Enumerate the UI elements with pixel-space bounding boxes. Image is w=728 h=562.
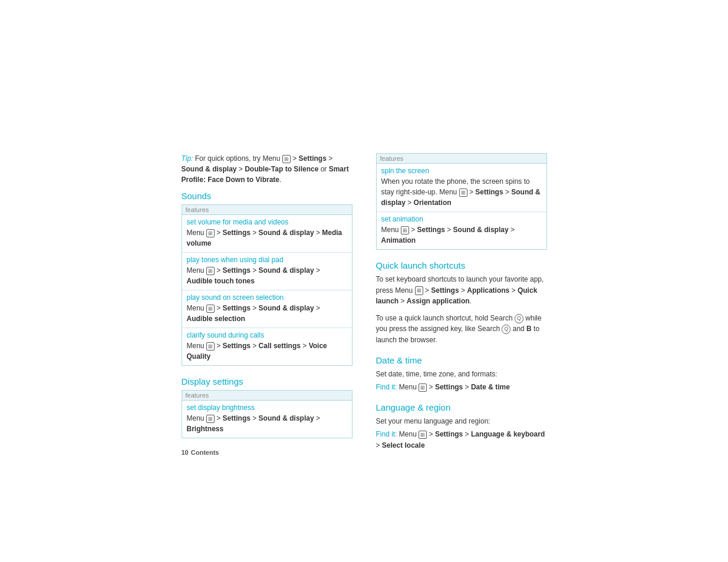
date-find: Find it: Menu ⊞ > Settings > Date & time [376,382,547,393]
anim-item: set animation Menu ⊞ > Settings > Sound … [377,212,546,249]
sounds-desc-3: Menu ⊞ > Settings > Sound & display > Au… [182,303,352,328]
date-desc: Set date, time, time zone, and formats: [376,369,547,380]
sounds-item-3: play sound on screen selection Menu ⊞ > … [182,290,352,328]
page-label: Contents [191,449,219,456]
sounds-features-box: features set volume for media and videos… [182,204,353,366]
search-icon-1: Q [515,314,523,323]
lang-find: Find it: Menu ⊞ > Settings > Language & … [376,429,547,451]
page-number: 10Contents [182,449,353,456]
menu-icon-s2: ⊞ [206,267,215,276]
sounds-desc-2: Menu ⊞ > Settings > Sound & display > Au… [182,265,352,290]
tip-bold2: Sound & display [182,165,237,173]
right-features-header: features [377,154,546,164]
menu-icon-lang: ⊞ [419,431,427,439]
menu-icon-s4: ⊞ [206,342,215,351]
sounds-title: Sounds [182,191,353,201]
menu-icon-anim: ⊞ [401,226,409,235]
menu-icon-q1: ⊞ [415,286,423,295]
spin-desc: When you rotate the phone, the screen sp… [377,176,546,211]
tip-label: Tip: [182,154,193,163]
date-title: Date & time [376,355,547,365]
display-link-1[interactable]: set display brightness [182,401,352,413]
left-column: Tip: For quick options, try Menu ⊞ > Set… [182,153,353,456]
date-find-label: Find it: [376,383,397,391]
sounds-item-1: set volume for media and videos Menu ⊞ >… [182,215,352,253]
display-features-box: features set display brightness Menu ⊞ >… [182,390,353,438]
sounds-desc-4: Menu ⊞ > Settings > Call settings > Voic… [182,340,352,365]
lang-desc: Set your menu language and region: [376,416,547,427]
tip-bold1: Settings [299,154,327,163]
quick-desc: To set keyboard shortcuts to launch your… [376,274,547,307]
tip-text-2: > [291,154,299,163]
sounds-link-3[interactable]: play sound on screen selection [182,290,352,303]
sounds-features-header: features [182,205,352,215]
display-desc-1: Menu ⊞ > Settings > Sound & display > Br… [182,413,352,438]
sounds-item-4: clarify sound during calls Menu ⊞ > Sett… [182,328,352,365]
sounds-link-4[interactable]: clarify sound during calls [182,328,352,340]
menu-icon-d1: ⊞ [206,415,215,424]
quick-title: Quick launch shortcuts [376,260,547,270]
menu-icon-s3: ⊞ [206,305,215,313]
lang-find-label: Find it: [376,430,397,438]
display-features-header: features [182,391,352,401]
quick-shortcut-desc: To use a quick launch shortcut, hold Sea… [376,313,547,346]
tip-text-5: or [318,165,328,173]
right-features-box: features spin the screen When you rotate… [376,153,547,250]
menu-icon-s1: ⊞ [206,229,215,238]
tip-text-4: > [237,165,245,173]
anim-desc: Menu ⊞ > Settings > Sound & display > An… [377,224,546,249]
tip-text: Tip: For quick options, try Menu ⊞ > Set… [182,153,353,185]
display-title: Display settings [182,376,353,386]
page-num-value: 10 [182,449,189,456]
sounds-link-2[interactable]: play tones when using dial pad [182,253,352,265]
sounds-desc-1: Menu ⊞ > Settings > Sound & display > Me… [182,227,352,252]
right-column: features spin the screen When you rotate… [376,153,547,451]
anim-link[interactable]: set animation [377,212,546,224]
tip-text-3: > [327,154,332,163]
tip-bold3: Double-Tap to Silence [245,165,318,173]
menu-icon-date: ⊞ [419,384,427,392]
spin-item: spin the screen When you rotate the phon… [377,164,546,212]
menu-icon-spin: ⊞ [459,189,467,197]
tip-text-6: . [279,176,281,184]
display-item-1: set display brightness Menu ⊞ > Settings… [182,401,352,438]
sounds-item-2: play tones when using dial pad Menu ⊞ > … [182,253,352,290]
menu-icon-tip: ⊞ [282,155,291,164]
sounds-link-1[interactable]: set volume for media and videos [182,215,352,227]
spin-link[interactable]: spin the screen [377,164,546,176]
tip-text-1: For quick options, try Menu [193,154,282,163]
search-icon-2: Q [502,325,510,334]
lang-title: Language & region [376,402,547,412]
